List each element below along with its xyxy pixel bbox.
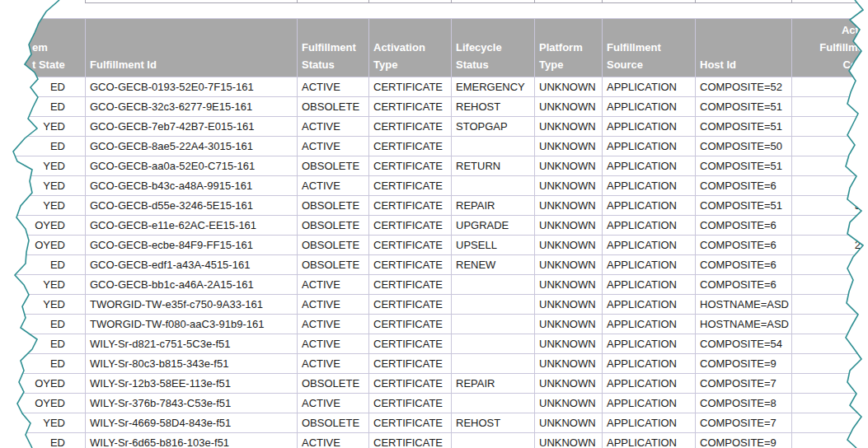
cell-platform_type[interactable]: UNKNOWN [535,137,603,156]
cell-fulfillment_id[interactable]: GCO-GECB-b43c-a48A-9915-161 [86,176,298,196]
cell-fulfillment_source[interactable]: APPLICATION [603,137,696,156]
cell-activation_type[interactable]: CERTIFICATE [369,196,452,216]
cell-platform_type[interactable]: UNKNOWN [535,156,603,176]
cell-lifecycle_status[interactable] [452,295,535,315]
cell-activation_type[interactable]: CERTIFICATE [369,374,452,394]
cell-host_id[interactable]: COMPOSITE=9 [696,354,792,374]
cell-platform_type[interactable]: UNKNOWN [535,374,603,394]
cell-fulfillment_id[interactable]: GCO-GECB-aa0a-52E0-C715-161 [86,156,298,176]
cell-fulfillment_source[interactable]: APPLICATION [603,176,696,196]
cell-lifecycle_status[interactable] [452,354,535,374]
column-header-lifecycle_status[interactable]: Lifecycle Status [452,19,535,77]
cell-fulfillment_id[interactable]: GCO-GECB-ecbe-84F9-FF15-161 [86,236,298,255]
cell-fulfillment_status[interactable]: OBSOLETE [298,236,369,255]
cell-active_fulfillment_count[interactable]: 2 [792,334,868,354]
column-header-platform_type[interactable]: Platform Type [535,19,603,77]
cell-platform_type[interactable]: UNKNOWN [535,97,603,117]
cell-lifecycle_status[interactable] [452,176,535,196]
cell-lifecycle_status[interactable]: UPSELL [452,236,535,255]
cell-fulfillment_source[interactable]: APPLICATION [603,334,696,354]
cell-fulfillment_id[interactable]: GCO-GECB-32c3-6277-9E15-161 [86,97,298,117]
cell-fulfillment_id[interactable]: WILY-Sr-80c3-b815-343e-f51 [86,354,298,374]
cell-fulfillment_status[interactable]: OBSOLETE [298,97,369,117]
cell-fulfillment_id[interactable]: GCO-GECB-7eb7-42B7-E015-161 [86,117,298,137]
cell-active_fulfillment_count[interactable] [792,117,868,137]
cell-fulfillment_status[interactable]: ACTIVE [298,275,369,295]
cell-fulfillment_id[interactable]: TWORGID-TW-f080-aaC3-91b9-161 [86,315,298,334]
cell-active_fulfillment_count[interactable] [792,176,868,196]
cell-fulfillment_status[interactable]: ACTIVE [298,295,369,315]
cell-fulfillment_id[interactable]: GCO-GECB-e11e-62AC-EE15-161 [86,216,298,236]
cell-activation_type[interactable]: CERTIFICATE [369,315,452,334]
cell-activation_type[interactable]: CERTIFICATE [369,354,452,374]
column-header-fulfillment_id[interactable]: Fulfillment Id [86,19,298,77]
cell-active_fulfillment_count[interactable] [792,255,868,275]
cell-fulfillment_source[interactable]: APPLICATION [603,255,696,275]
cell-host_id[interactable]: COMPOSITE=50 [696,137,792,156]
cell-active_fulfillment_count[interactable] [792,413,868,433]
cell-lifecycle_status[interactable]: EMERGENCY [452,77,535,97]
cell-host_id[interactable]: HOSTNAME=ASD [696,295,792,315]
cell-active_fulfillment_count[interactable]: 8 [792,374,868,394]
cell-fulfillment_source[interactable]: APPLICATION [603,117,696,137]
cell-host_id[interactable]: COMPOSITE=54 [696,334,792,354]
cell-platform_type[interactable]: UNKNOWN [535,117,603,137]
cell-fulfillment_status[interactable]: OBSOLETE [298,255,369,275]
cell-state[interactable]: YED [1,156,86,176]
cell-fulfillment_id[interactable]: GCO-GECB-8ae5-22A4-3015-161 [86,137,298,156]
cell-activation_type[interactable]: CERTIFICATE [369,156,452,176]
cell-platform_type[interactable]: UNKNOWN [535,236,603,255]
cell-activation_type[interactable]: CERTIFICATE [369,236,452,255]
cell-platform_type[interactable]: UNKNOWN [535,216,603,236]
cell-state[interactable]: OYED [1,216,86,236]
cell-lifecycle_status[interactable] [452,315,535,334]
cell-fulfillment_status[interactable]: ACTIVE [298,334,369,354]
cell-fulfillment_id[interactable]: WILY-Sr-12b3-58EE-113e-f51 [86,374,298,394]
cell-state[interactable]: ED [1,77,86,97]
cell-platform_type[interactable]: UNKNOWN [535,334,603,354]
column-header-fulfillment_source[interactable]: Fulfillment Source [603,19,696,77]
cell-fulfillment_status[interactable]: OBSOLETE [298,216,369,236]
cell-fulfillment_id[interactable]: GCO-GECB-edf1-a43A-4515-161 [86,255,298,275]
cell-state[interactable]: YED [1,176,86,196]
cell-lifecycle_status[interactable]: RENEW [452,255,535,275]
cell-activation_type[interactable]: CERTIFICATE [369,176,452,196]
cell-host_id[interactable]: COMPOSITE=51 [696,196,792,216]
cell-active_fulfillment_count[interactable]: 3 [792,156,868,176]
cell-platform_type[interactable]: UNKNOWN [535,433,603,448]
cell-state[interactable]: ED [1,137,86,156]
cell-active_fulfillment_count[interactable]: 3 [792,196,868,216]
cell-fulfillment_source[interactable]: APPLICATION [603,394,696,413]
cell-host_id[interactable]: COMPOSITE=6 [696,255,792,275]
cell-fulfillment_source[interactable]: APPLICATION [603,354,696,374]
cell-host_id[interactable]: COMPOSITE=7 [696,374,792,394]
cell-host_id[interactable]: COMPOSITE=51 [696,117,792,137]
cell-host_id[interactable]: COMPOSITE=6 [696,176,792,196]
cell-lifecycle_status[interactable]: RETURN [452,156,535,176]
cell-fulfillment_status[interactable]: ACTIVE [298,176,369,196]
cell-state[interactable]: ED [1,97,86,117]
cell-fulfillment_source[interactable]: APPLICATION [603,315,696,334]
cell-activation_type[interactable]: CERTIFICATE [369,413,452,433]
cell-platform_type[interactable]: UNKNOWN [535,196,603,216]
cell-lifecycle_status[interactable]: REHOST [452,97,535,117]
cell-state[interactable]: OYED [1,374,86,394]
cell-lifecycle_status[interactable] [452,334,535,354]
cell-activation_type[interactable]: CERTIFICATE [369,137,452,156]
cell-active_fulfillment_count[interactable]: 1 [792,394,868,413]
cell-active_fulfillment_count[interactable]: 2 [792,236,868,255]
cell-activation_type[interactable]: CERTIFICATE [369,334,452,354]
cell-lifecycle_status[interactable]: REPAIR [452,196,535,216]
cell-platform_type[interactable]: UNKNOWN [535,394,603,413]
cell-platform_type[interactable]: UNKNOWN [535,275,603,295]
cell-fulfillment_id[interactable]: WILY-Sr-4669-58D4-843e-f51 [86,413,298,433]
cell-fulfillment_source[interactable]: APPLICATION [603,236,696,255]
cell-activation_type[interactable]: CERTIFICATE [369,275,452,295]
cell-activation_type[interactable]: CERTIFICATE [369,117,452,137]
cell-active_fulfillment_count[interactable] [792,77,868,97]
cell-fulfillment_source[interactable]: APPLICATION [603,97,696,117]
cell-state[interactable]: ED [1,315,86,334]
cell-fulfillment_status[interactable]: OBSOLETE [298,374,369,394]
cell-fulfillment_id[interactable]: WILY-Sr-6d65-b816-103e-f51 [86,433,298,448]
cell-fulfillment_status[interactable]: ACTIVE [298,117,369,137]
